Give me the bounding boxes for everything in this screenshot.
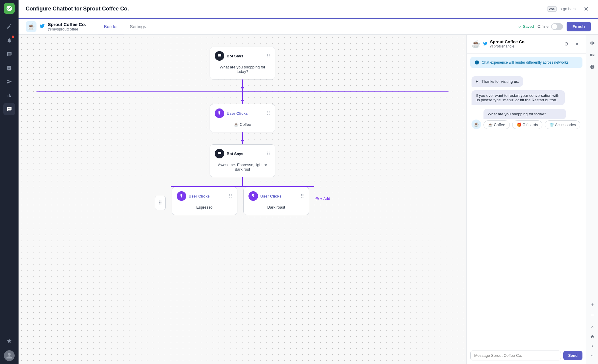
- preview-brand-icon: ☕: [472, 40, 480, 48]
- preview-twitter-icon: [483, 41, 488, 47]
- app-logo[interactable]: [4, 3, 15, 14]
- eye-icon[interactable]: [588, 38, 597, 48]
- panel-header: ☕ Sprout Coffee Co. @mysproutcoffee Buil…: [19, 18, 598, 35]
- refresh-button[interactable]: [562, 40, 570, 48]
- scroll-down-icon[interactable]: [588, 351, 597, 360]
- sidebar-item-notifications[interactable]: [3, 34, 15, 46]
- node-bot-says-1[interactable]: Bot Says ⠿ What are you shopping for tod…: [210, 47, 275, 79]
- bot-icon-2: [215, 149, 224, 158]
- saved-label: Saved: [523, 24, 534, 29]
- connector-2: [242, 92, 243, 104]
- node-body-3: Awesome. Espresso, light or dark rost: [215, 161, 270, 173]
- tab-settings[interactable]: Settings: [124, 19, 152, 34]
- node-user-clicks-2[interactable]: User Clicks ⠿ Espresso: [172, 187, 237, 215]
- finish-button[interactable]: Finish: [567, 22, 591, 31]
- coffee-button[interactable]: ☕ Coffee: [483, 120, 510, 129]
- bot-icon-1: [215, 51, 224, 61]
- mini-col: ⠿: [155, 196, 166, 210]
- bottom-section: ⠿: [36, 177, 448, 215]
- mini-drag: ⠿: [158, 200, 162, 206]
- add-label-text: + Add: [320, 196, 330, 201]
- user-clicks-icon-2: [177, 191, 186, 201]
- node-title-4a: User Clicks: [189, 194, 210, 198]
- help-icon[interactable]: [588, 62, 597, 72]
- chat-msg-3-group: What are you shopping for today? ☕ Coffe…: [483, 109, 580, 129]
- brand-name: Sprout Coffee Co.: [48, 22, 86, 27]
- node4a-col: User Clicks ⠿ Espresso: [172, 187, 237, 215]
- mini-node[interactable]: ⠿: [155, 196, 166, 210]
- chat-msg-3: What are you shopping for today?: [483, 109, 566, 119]
- node-body-2: ☕ Coffee: [215, 121, 270, 128]
- sidebar-item-tasks[interactable]: [3, 62, 15, 74]
- scroll-right-icon[interactable]: [588, 341, 597, 351]
- node-header-4b: User Clicks ⠿: [248, 191, 304, 201]
- node-drag-1[interactable]: ⠿: [267, 53, 270, 59]
- sidebar-item-publish[interactable]: [3, 76, 15, 88]
- sidebar-item-compose[interactable]: [3, 21, 15, 33]
- chat-input-row: Send: [467, 347, 586, 364]
- flow-canvas[interactable]: Bot Says ⠿ What are you shopping for tod…: [19, 35, 466, 364]
- connector-1: [242, 79, 243, 91]
- node-drag-2[interactable]: ⠿: [267, 111, 270, 116]
- close-button[interactable]: ✕: [581, 4, 591, 14]
- preview-panel: ☕ Sprout Coffee Co. @profilehandle ✕: [466, 35, 586, 364]
- node-drag-3[interactable]: ⠿: [267, 151, 270, 157]
- node-drag-4a[interactable]: ⠿: [229, 193, 232, 199]
- sidebar: [0, 0, 19, 364]
- brand-handle: @mysproutcoffee: [48, 27, 86, 31]
- user-clicks-icon-1: [215, 108, 224, 118]
- connector-3: [242, 132, 243, 144]
- chat-msg-3-row: ☕ What are you shopping for today? ☕ Cof…: [472, 109, 581, 129]
- bottom-row: ⠿: [155, 187, 330, 215]
- node-header-2: User Clicks ⠿: [215, 108, 270, 118]
- node-title-3: Bot Says: [227, 152, 243, 156]
- header-right: Saved Offline Finish: [518, 22, 591, 31]
- right-icons-panel: [586, 35, 598, 364]
- chat-buttons: ☕ Coffee 🎁 Giftcards 👕 Accessories: [483, 120, 580, 129]
- giftcards-button[interactable]: 🎁 Giftcards: [512, 120, 543, 129]
- node-header-1: Bot Says ⠿: [215, 51, 270, 61]
- brand-icon: ☕: [26, 21, 36, 32]
- bot-avatar: ☕: [472, 120, 481, 129]
- add-node-button[interactable]: ⊕ + Add: [315, 196, 330, 201]
- node-title-2: User Clicks: [227, 111, 248, 116]
- chat-msg-1: Hi, Thanks for visiting us.: [472, 76, 523, 87]
- node-bot-says-2[interactable]: Bot Says ⠿ Awesome. Espresso, light or d…: [210, 144, 275, 177]
- node-title-1: Bot Says: [227, 54, 243, 58]
- sidebar-item-messages[interactable]: [3, 48, 15, 60]
- tab-nav: Builder Settings: [98, 19, 518, 34]
- close-preview-button[interactable]: ✕: [573, 40, 581, 48]
- zoom-controls: [588, 300, 597, 320]
- esc-hint: esc to go back: [547, 6, 576, 12]
- twitter-icon: [39, 23, 45, 30]
- node4b-col: User Clicks ⠿ Dark roast: [243, 187, 309, 215]
- brand-info: Sprout Coffee Co. @mysproutcoffee: [48, 22, 86, 31]
- sidebar-item-favorites[interactable]: [3, 335, 15, 347]
- zoom-out-icon[interactable]: [588, 310, 597, 320]
- zoom-in-icon[interactable]: [588, 300, 597, 310]
- accessories-button[interactable]: 👕 Accessories: [545, 120, 580, 129]
- brand-area: ☕ Sprout Coffee Co. @mysproutcoffee: [26, 21, 86, 32]
- connector-4: [242, 177, 243, 186]
- chat-input[interactable]: [470, 351, 561, 360]
- send-button[interactable]: Send: [563, 351, 582, 360]
- home-icon[interactable]: [588, 332, 597, 341]
- node-user-clicks-3[interactable]: User Clicks ⠿ Dark roast: [243, 187, 309, 215]
- main-content: Configure Chatbot for Sprout Coffee Co. …: [19, 0, 598, 364]
- preview-brand-info: Sprout Coffee Co. @profilehandle: [490, 39, 560, 48]
- node-drag-4b[interactable]: ⠿: [300, 193, 304, 199]
- esc-key: esc: [547, 6, 557, 12]
- tab-builder[interactable]: Builder: [98, 19, 124, 34]
- node-user-clicks-1[interactable]: User Clicks ⠿ ☕ Coffee: [210, 104, 275, 132]
- sidebar-item-analytics[interactable]: [3, 89, 15, 101]
- offline-toggle: Offline: [537, 23, 563, 30]
- user-avatar[interactable]: [4, 350, 15, 361]
- offline-switch[interactable]: [551, 23, 563, 30]
- preview-actions: ✕: [562, 40, 581, 48]
- user-clicks-icon-3: [248, 191, 258, 201]
- preview-brand-name: Sprout Coffee Co.: [490, 39, 560, 44]
- scroll-up-icon[interactable]: [588, 322, 597, 332]
- key-icon[interactable]: [588, 50, 597, 60]
- sidebar-item-chatbot[interactable]: [3, 103, 15, 115]
- page-title: Configure Chatbot for Sprout Coffee Co.: [26, 6, 547, 12]
